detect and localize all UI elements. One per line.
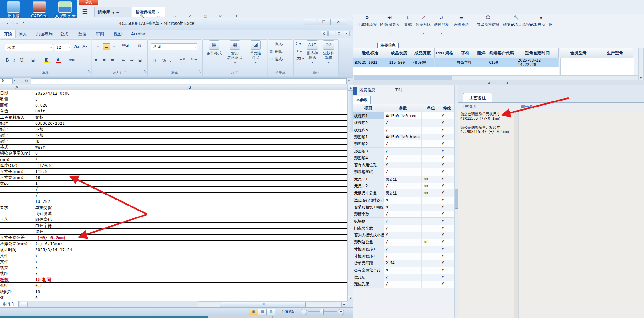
currency-button[interactable]: ¤ — [153, 58, 156, 63]
dropdown-caret-icon[interactable]: ▾ — [378, 32, 402, 35]
table-row[interactable]: 日期2025/4/12 0:00 — [0, 90, 347, 96]
param-table-row[interactable]: 形到边公差/milY — [353, 238, 454, 246]
main-info-hscroll-thumb[interactable] — [354, 76, 452, 80]
shrink-font-button[interactable]: A▾ — [81, 44, 89, 49]
workbook-minimize-icon[interactable]: — — [328, 31, 335, 36]
table-row[interactable]: 线间距10 — [0, 289, 347, 295]
table-row[interactable]: 厚度(OZ)（1/0.5） — [0, 163, 347, 169]
edit-clear-icon[interactable]: ⌫ ▾ — [296, 57, 304, 61]
orientation-button[interactable]: ab◢ — [122, 43, 128, 47]
table-row[interactable]: 面积0.028 — [0, 102, 347, 108]
bold-button[interactable]: B — [6, 58, 9, 63]
halign-button-1[interactable]: ≡ — [103, 58, 106, 63]
clipped-tab-stub[interactable] — [353, 87, 357, 95]
param-table-row[interactable]: 否采用粗铣+精铣NY — [353, 204, 454, 211]
excel-title-bar[interactable]: ↶ ▾ ↷ ▾ ▾ 4C15U0F1A0制作单 - Microsoft Exce… — [0, 18, 353, 30]
italic-button[interactable]: I — [13, 58, 15, 63]
column-headers[interactable]: A B — [0, 85, 347, 91]
table-row[interactable]: mm)2 — [0, 157, 347, 163]
main-info-column-header[interactable]: PNL规格 — [435, 48, 455, 58]
main-info-cell[interactable] — [435, 58, 455, 67]
ribbon-tab-6[interactable]: 审阅 — [92, 30, 108, 38]
param-table-row[interactable]: 否有金属化半孔NY — [353, 267, 454, 274]
table-row[interactable]: 化0 — [0, 295, 347, 301]
page-layout-view-button[interactable]: ▤ — [258, 309, 267, 315]
param-table-row[interactable]: 边是否有钻槽设计NY — [353, 197, 454, 204]
style-button-format-as-table-icon[interactable]: ▦套用表格格式▾ — [225, 40, 245, 65]
param-table-row[interactable]: 板程序14c15u0f1a0.rouY — [353, 112, 454, 120]
font-size-combo[interactable]: 12▾ — [54, 44, 71, 51]
main-info-cell[interactable]: B362C-2021 — [353, 58, 387, 67]
merge-model-column-header[interactable]: 合拼型号 — [560, 48, 597, 58]
comma-button[interactable]: ، — [170, 58, 171, 63]
phonetic-button[interactable]: wén — [69, 58, 75, 61]
valign-button-2[interactable]: ≡ — [111, 43, 118, 50]
number-format-combo[interactable]: 常规▾ — [151, 43, 197, 50]
normal-view-button[interactable]: ▦ — [249, 309, 258, 315]
column-header-b[interactable]: B — [34, 85, 345, 90]
page-break-view-button[interactable]: ▥ — [267, 309, 275, 315]
tab-work-hours[interactable]: 工时 — [394, 87, 402, 93]
scroll-up-icon[interactable]: ∧ — [515, 111, 517, 114]
restore-button[interactable]: ❐ — [317, 19, 331, 25]
halign-button-0[interactable]: ≡ — [94, 58, 97, 63]
spreadsheet-grid[interactable]: 日期2025/4/12 0:00数量5面积0.028单位Unit工程资料录入黎畅… — [0, 90, 347, 301]
toolbar-button-1[interactable]: ⚙生成MI流程 — [354, 15, 380, 27]
param-column-header[interactable]: 项目 — [353, 104, 384, 112]
ribbon-tab-7[interactable]: 视图 — [110, 30, 125, 38]
tab-prev-icon[interactable]: ◀ — [112, 11, 114, 14]
decrease-indent-button[interactable]: ⇤ — [122, 58, 125, 63]
dialog-launcher-icon[interactable]: ⤡ — [199, 70, 201, 73]
help-icon[interactable]: ✪ — [321, 31, 328, 36]
toolbar-button-2[interactable]: ➜]MI数据导入▾ — [378, 15, 402, 35]
border-button[interactable]: ⊞ — [31, 58, 35, 63]
table-row[interactable]: 尺寸宽(mm)48 — [0, 175, 347, 181]
tab-next-icon[interactable]: ➡ — [116, 11, 119, 14]
ribbon-tab-3[interactable]: 页面布局 — [33, 30, 56, 38]
param-table-vscroll-thumb[interactable] — [455, 189, 458, 209]
panel-splitter[interactable]: ▲ ········· ▲ — [353, 80, 644, 85]
table-row[interactable]: √ — [0, 187, 347, 193]
toolbar-button-9[interactable]: ★ECN自动上网 — [528, 15, 555, 27]
namebox-dropdown-icon[interactable]: ▾ — [14, 79, 15, 82]
ribbon-tab-5[interactable]: 数据 — [75, 30, 90, 38]
increase-decimal-button[interactable]: ←.0 — [180, 58, 185, 61]
tab-extended-info[interactable]: 拓展信息 — [359, 87, 375, 93]
edit-autosum-icon[interactable]: Σ ▾ — [296, 41, 301, 46]
percent-button[interactable]: % — [162, 58, 166, 63]
ribbon-tab-1[interactable]: 开始 — [0, 30, 16, 38]
dropdown-caret-icon[interactable]: ▾ — [431, 32, 452, 35]
excel-vscroll-thumb[interactable] — [348, 91, 353, 132]
table-row[interactable]: 尺寸长(mm)115.5 — [0, 169, 347, 175]
param-table-row[interactable]: 否为大板铣成小板YY — [353, 232, 454, 239]
table-row[interactable]: 板数1种相同 — [0, 277, 347, 283]
fill-color-button[interactable]: ◧ — [45, 57, 48, 62]
table-row[interactable]: 文件√ — [0, 253, 347, 259]
toolbar-button-4[interactable]: ⤢数据对比▾ — [414, 15, 433, 35]
main-info-column-header[interactable]: 成品长度 — [387, 48, 411, 58]
cells-format-cells-icon[interactable]: ⊞格式 ▾ — [269, 57, 283, 62]
valign-button-0[interactable]: ≡ — [94, 43, 101, 50]
combo-caret-icon[interactable]: ▾ — [50, 44, 52, 51]
ribbon-tab-8[interactable]: Acrobat — [128, 30, 150, 38]
workbook-close-icon[interactable]: ✕ — [343, 31, 350, 36]
table-row[interactable]: 铜镍金厚度(um)0 — [0, 151, 347, 156]
column-header-a[interactable]: A — [0, 85, 34, 90]
zoom-out-button[interactable]: − — [301, 309, 307, 315]
table-row[interactable]: 白色字符 — [0, 223, 347, 229]
underline-button[interactable]: U — [20, 58, 24, 63]
main-info-vscrollbar[interactable]: ▼ — [638, 48, 644, 80]
table-row[interactable]: 绿色 — [0, 229, 347, 235]
table-row[interactable]: 设计时间2025/3/14 17:54 — [0, 247, 347, 253]
param-table-row[interactable]: 否有内定位孔YY — [353, 162, 454, 169]
dialog-launcher-icon[interactable]: ⤡ — [144, 70, 146, 73]
table-row[interactable]: 格式WWYY — [0, 145, 347, 151]
param-table-row[interactable]: 门点总个数/Y — [353, 225, 454, 232]
main-info-cell[interactable]: 白色字符 — [455, 58, 475, 67]
param-column-header[interactable]: 单位 — [422, 104, 440, 112]
table-row[interactable]: 飞针测试 — [0, 211, 347, 217]
hscroll-right-button[interactable]: ▶ — [341, 302, 347, 307]
notes-vscrollbar[interactable]: ∧ — [514, 111, 518, 318]
param-table-row[interactable]: 元尺寸2/mmY — [353, 183, 454, 190]
process-notes-content[interactable]: 偏公差调整前单元板尺寸：48X115.5（+/-0.1mm）偏公差调整后单元板尺… — [458, 111, 514, 318]
